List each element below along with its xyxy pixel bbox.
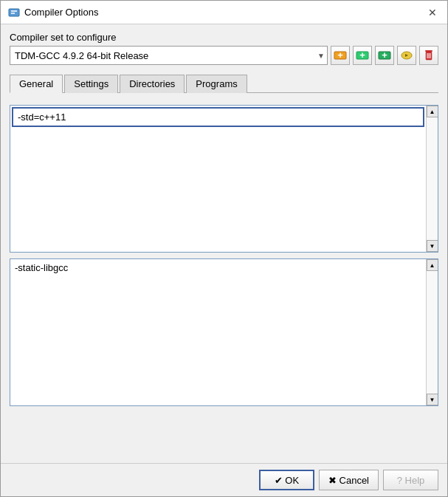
scroll-thumb-area xyxy=(427,117,438,240)
title-bar-left: Compiler Options xyxy=(8,7,98,18)
scroll-thumb-area xyxy=(427,271,438,394)
list-item[interactable]: -static-libgcc xyxy=(10,259,426,276)
rename-btn[interactable] xyxy=(397,46,416,65)
upper-list-inner: -std=c++11 xyxy=(10,106,426,252)
add-new-icon: + xyxy=(378,49,391,62)
delete-btn[interactable] xyxy=(419,46,438,65)
scroll-up-btn[interactable]: ▲ xyxy=(427,259,438,271)
scroll-up-btn[interactable]: ▲ xyxy=(427,106,438,117)
title-bar: Compiler Options ✕ xyxy=(1,1,447,24)
add-compiler-icon: + xyxy=(334,49,347,62)
tab-programs[interactable]: Programs xyxy=(186,75,247,93)
upper-list-box[interactable]: -std=c++11 ▲ ▼ xyxy=(10,105,438,253)
cancel-button[interactable]: ✖ Cancel xyxy=(319,470,379,490)
lower-scrollbar[interactable]: ▲ ▼ xyxy=(426,259,438,405)
dialog-body: Compiler set to configure TDM-GCC 4.9.2 … xyxy=(1,24,447,463)
delete-icon xyxy=(422,49,435,62)
add-new-btn[interactable]: + xyxy=(375,46,394,65)
compiler-options-dialog: Compiler Options ✕ Compiler set to confi… xyxy=(0,0,448,497)
svg-text:+: + xyxy=(359,49,365,61)
list-item[interactable]: -std=c++11 xyxy=(12,107,424,127)
dialog-title: Compiler Options xyxy=(24,7,98,18)
add-copy-icon: + xyxy=(356,49,369,62)
scroll-down-btn[interactable]: ▼ xyxy=(427,240,438,252)
svg-rect-0 xyxy=(9,9,19,16)
tab-settings[interactable]: Settings xyxy=(64,75,118,93)
svg-rect-10 xyxy=(425,50,433,52)
dialog-footer: ✔ OK ✖ Cancel ? Help xyxy=(1,463,447,496)
help-button[interactable]: ? Help xyxy=(383,470,438,490)
svg-text:+: + xyxy=(337,49,343,61)
lower-list-box[interactable]: -static-libgcc ▲ ▼ xyxy=(10,258,438,406)
compiler-set-row: TDM-GCC 4.9.2 64-bit Release ▼ + + xyxy=(10,46,438,65)
tabs-bar: General Settings Directories Programs xyxy=(10,74,438,93)
svg-text:+: + xyxy=(382,49,387,61)
tab-general[interactable]: General xyxy=(10,75,63,93)
rename-icon xyxy=(400,49,413,62)
lower-list-inner: -static-libgcc xyxy=(10,259,426,405)
compiler-dropdown-wrapper: TDM-GCC 4.9.2 64-bit Release ▼ xyxy=(10,46,328,65)
compiler-set-section: Compiler set to configure TDM-GCC 4.9.2 … xyxy=(10,32,438,65)
scroll-down-btn[interactable]: ▼ xyxy=(427,394,438,405)
compiler-dropdown[interactable]: TDM-GCC 4.9.2 64-bit Release xyxy=(10,46,328,65)
ok-button[interactable]: ✔ OK xyxy=(259,470,314,490)
tab-content-general: -std=c++11 ▲ ▼ -static-libgcc ▲ ▼ xyxy=(10,99,438,456)
add-copy-btn[interactable]: + xyxy=(353,46,372,65)
close-button[interactable]: ✕ xyxy=(425,5,440,20)
tab-directories[interactable]: Directories xyxy=(120,75,185,93)
upper-scrollbar[interactable]: ▲ ▼ xyxy=(426,106,438,252)
compiler-set-label: Compiler set to configure xyxy=(10,32,438,43)
add-compiler-btn[interactable]: + xyxy=(331,46,350,65)
dialog-icon xyxy=(8,7,20,18)
